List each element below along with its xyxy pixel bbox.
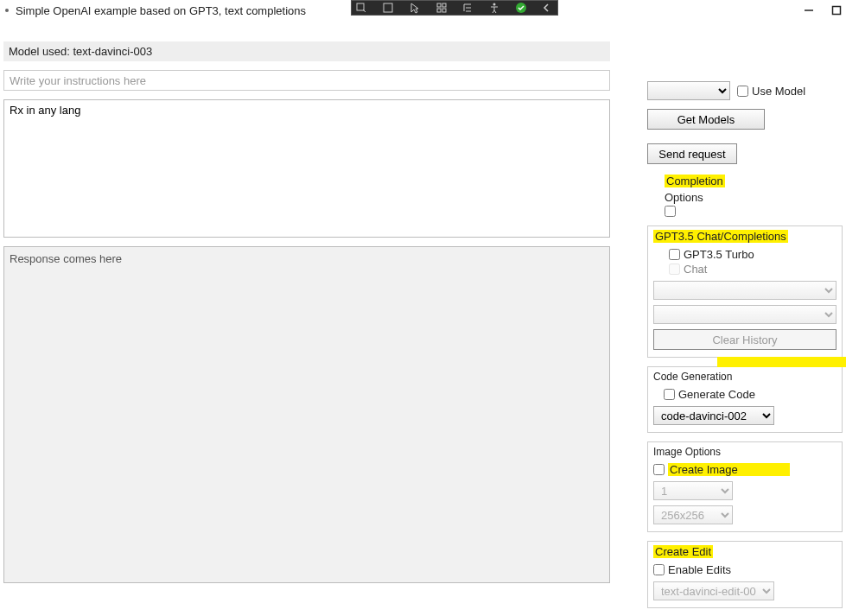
gpt35-group: GPT3.5 Chat/Completions GPT3.5 Turbo Cha… [647,225,843,358]
image-count-select: 1 [653,481,733,500]
layout-icon[interactable] [382,2,394,14]
svg-point-13 [493,3,496,6]
chevron-left-icon[interactable] [542,2,554,14]
gpt35-heading: GPT3.5 Chat/Completions [653,230,788,243]
highlight-swoosh-icon [717,357,846,367]
prompt-textarea[interactable] [3,99,610,238]
create-image-label: Create Image [668,463,790,476]
svg-rect-7 [437,9,441,12]
model-select[interactable] [647,81,730,100]
tree-icon[interactable] [461,2,474,14]
send-request-button[interactable]: Send request [647,143,737,164]
select-element-icon[interactable] [355,2,367,14]
generate-code-checkbox[interactable]: Generate Code [653,388,836,401]
check-ok-icon[interactable] [515,2,527,14]
generate-code-label: Generate Code [678,388,755,401]
gpt35-turbo-checkbox[interactable]: GPT3.5 Turbo [669,248,836,261]
edit-model-select: text-davinci-edit-001 [653,581,774,600]
image-options-group: Image Options Create Image 1 256x256 [647,441,843,532]
image-options-heading: Image Options [653,446,836,458]
svg-rect-5 [437,3,441,7]
options-checkbox[interactable] [665,206,843,217]
svg-rect-15 [717,357,846,367]
grid-icon[interactable] [436,2,448,14]
svg-rect-8 [442,9,446,12]
chat-checkbox[interactable]: Chat [669,263,836,276]
chat-label: Chat [684,263,707,276]
a11y-icon[interactable] [488,2,500,14]
title-bullet-icon [5,9,9,12]
cursor-icon[interactable] [409,2,421,14]
gpt35-turbo-label: GPT3.5 Turbo [684,248,754,261]
completion-group: Completion Options [647,175,843,217]
create-image-checkbox[interactable]: Create Image [653,463,836,476]
maximize-button[interactable] [830,4,843,16]
code-model-select[interactable]: code-davinci-002 [653,406,774,425]
use-model-checkbox[interactable]: Use Model [737,85,805,98]
svg-rect-4 [384,3,392,12]
use-model-label: Use Model [752,85,805,98]
gpt35-select-2 [653,305,836,324]
window-title: Simple OpenAI example based on GPT3, tex… [16,4,306,17]
enable-edits-label: Enable Edits [668,563,731,576]
instructions-input[interactable] [3,70,610,91]
code-generation-group: Code Generation Generate Code code-davin… [647,366,843,433]
debug-toolbar [351,0,558,16]
code-generation-heading: Code Generation [653,371,836,383]
gpt35-select-1 [653,281,836,300]
response-output: Response comes here [3,246,610,583]
clear-history-button[interactable]: Clear History [653,329,836,350]
svg-rect-2 [357,3,364,10]
image-size-select: 256x256 [653,505,733,524]
enable-edits-checkbox[interactable]: Enable Edits [653,563,836,576]
completion-heading: Completion [665,175,725,187]
get-models-button[interactable]: Get Models [647,109,765,130]
create-edit-group: Create Edit Enable Edits text-davinci-ed… [647,541,843,608]
svg-rect-1 [833,7,841,15]
model-used-label: Model used: text-davinci-003 [3,41,610,61]
svg-rect-6 [442,3,446,7]
create-edit-heading: Create Edit [653,545,713,558]
minimize-button[interactable] [803,4,815,16]
options-label: Options [665,191,843,204]
